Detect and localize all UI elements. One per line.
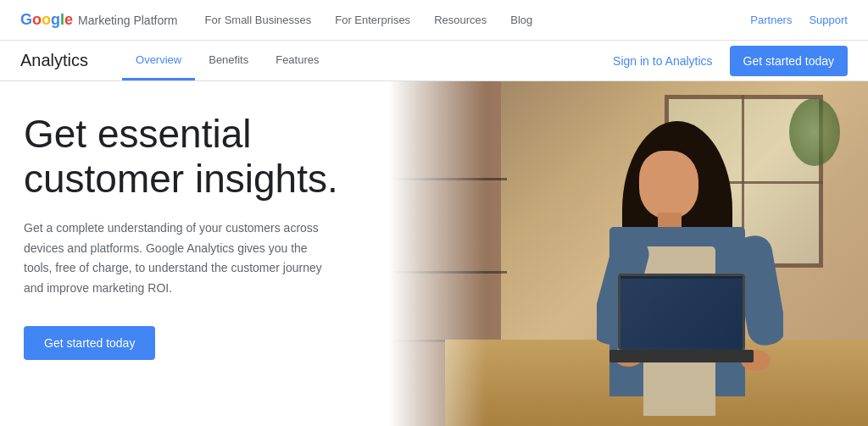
top-nav-right: Partners Support (750, 14, 848, 26)
hero-headline: Get essential customer insights. (24, 112, 415, 202)
logo-text: Marketing Platform (78, 14, 177, 27)
hero-content: Get essential customer insights. Get a c… (0, 81, 449, 390)
nav-link-blog[interactable]: Blog (510, 14, 532, 26)
hero-section: Get essential customer insights. Get a c… (0, 81, 868, 426)
sub-navigation: Analytics Overview Benefits Features Sig… (0, 41, 868, 81)
nav-link-enterprises[interactable]: For Enterprises (335, 14, 410, 26)
get-started-nav-button[interactable]: Get started today (730, 46, 848, 76)
top-navigation: Google Marketing Platform For Small Busi… (0, 0, 868, 41)
nav-link-resources[interactable]: Resources (434, 14, 487, 26)
nav-link-small-businesses[interactable]: For Small Businesses (205, 14, 312, 26)
sub-nav-links: Overview Benefits Features (122, 41, 613, 80)
tab-benefits[interactable]: Benefits (195, 41, 262, 80)
partners-link[interactable]: Partners (750, 14, 792, 26)
tab-features[interactable]: Features (262, 41, 332, 80)
logo-area[interactable]: Google Marketing Platform (20, 11, 178, 29)
support-link[interactable]: Support (809, 14, 848, 26)
analytics-brand: Analytics (20, 51, 88, 70)
tab-overview[interactable]: Overview (122, 41, 195, 80)
top-nav-links: For Small Businesses For Enterprises Res… (205, 14, 751, 26)
hero-description: Get a complete understanding of your cus… (24, 219, 337, 299)
google-logo: Google (20, 11, 73, 29)
get-started-hero-button[interactable]: Get started today (24, 326, 155, 360)
sign-in-analytics-link[interactable]: Sign in to Analytics (613, 54, 713, 68)
sub-nav-right: Sign in to Analytics Get started today (613, 46, 848, 76)
